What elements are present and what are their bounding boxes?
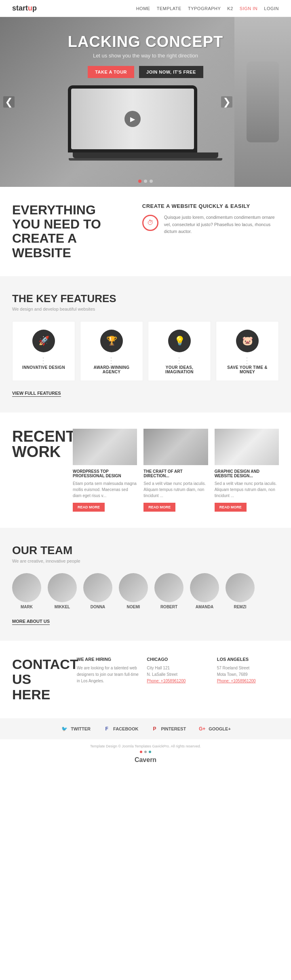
runner-shape [247,61,279,142]
feature-icon-4: 🐷 [236,330,259,352]
avatar-image-noemi [119,573,148,602]
contact-col-chicago: CHICAGO City Hall 121N. LaSalle StreetPh… [147,657,209,702]
contact-chicago-text: City Hall 121N. LaSalle StreetPhone: +10… [147,665,209,684]
feature-dots-2: ⋮ [107,358,116,363]
work-thumb-2 [143,429,208,465]
social-twitter[interactable]: 🐦 TWITTER [60,725,91,733]
feature-dots-3: ⋮ [175,358,184,363]
social-facebook[interactable]: f FACEBOOK [103,725,138,733]
footer-logo: Cavern [12,756,279,764]
create-row: Quisque justo lorem, condimentum condime… [142,214,279,235]
contact-la-phone[interactable]: Phone: +1058961200 [217,679,256,683]
avatar-noemi [119,573,148,602]
footer-dot-2 [144,751,147,753]
logo-accent: u [28,4,32,12]
team-name-3: DONNA [91,605,105,609]
hero-prev-arrow[interactable]: ❮ [3,96,15,108]
laptop-foot [69,158,222,161]
twitter-label: TWITTER [71,726,91,731]
work-image-deer [215,429,279,465]
avatar-image-mikkel [48,573,77,602]
google-label: GOOGLE+ [209,726,231,731]
work-grid: WORDPRESS TOP PROFESSIONAL DESIGN Etiam … [73,429,279,512]
feature-card-1: 🚀 ⋮ INNOVATIVE DESIGN [12,321,75,381]
hero-title: LACKING CONCEPT [68,33,223,51]
more-about-link[interactable]: MORE ABOUT US [12,619,50,625]
feature-label-4: SAVE YOUR TIME & MONEY [222,365,273,374]
team-name-1: MARK [21,605,33,609]
hero-runner-image [234,17,291,187]
pinterest-icon: P [150,725,158,733]
team-member-6: AMANDA [190,573,219,609]
view-full-link[interactable]: VIEW FULL FEATURES [12,391,61,397]
avatar-image-mark [12,573,41,602]
trophy-icon: 🏆 [106,336,117,346]
google-icon: G+ [198,725,206,733]
logo[interactable]: startup [12,4,37,13]
avatar-amanda [190,573,219,602]
feature-icon-2: 🏆 [100,330,123,352]
play-button[interactable]: ▶ [124,111,141,127]
contact-hiring-text: We are looking for a talented web design… [77,665,139,684]
work-title-3: GRAPHIC DESIGN AND WEBSITE DESIGN... [215,469,279,478]
hero-subtitle: Let us show you the way to the right dir… [68,53,223,59]
laptop-base [73,152,218,158]
features-intro-left: EVERYTHING YOU NEED TO CREATE A WEBSITE [12,203,126,260]
create-website-title: CREATE A WEBSITE QUICKLY & EASILY [142,203,279,209]
join-now-button[interactable]: JOIN NOW, IT'S FREE [139,66,203,78]
read-more-btn-2[interactable]: READ MORE [143,503,175,512]
contact-hiring-title: WE ARE HIRING [77,657,139,662]
hero-dot-2[interactable] [144,180,147,183]
social-google[interactable]: G+ GOOGLE+ [198,725,231,733]
hero-buttons: TAKE A TOUR JOIN NOW, IT'S FREE [68,66,223,78]
avatar-donna [83,573,112,602]
rocket-icon: 🚀 [38,336,49,346]
avatar-image-robert [154,573,183,602]
read-more-btn-1[interactable]: READ MORE [73,503,105,512]
work-item-1: WORDPRESS TOP PROFESSIONAL DESIGN Etiam … [73,429,137,512]
work-item-2: THE CRAFT OF ART DIRECTION... Sed a veli… [143,429,208,512]
idea-icon: 💡 [174,336,185,346]
take-tour-button[interactable]: TAKE A TOUR [88,66,134,78]
team-name-2: MIKKEL [55,605,70,609]
feature-dots-1: ⋮ [39,358,48,363]
contact-grid: CONTACT US HERE WE ARE HIRING We are loo… [12,657,279,702]
nav-home[interactable]: HOME [136,6,150,11]
read-more-btn-3[interactable]: READ MORE [215,503,247,512]
recent-work-header: RECENT WORK [12,429,65,459]
contact-chicago-title: CHICAGO [147,657,209,662]
nav-k2[interactable]: K2 [227,6,233,11]
team-name-6: AMANDA [196,605,213,609]
hero-dot-3[interactable] [150,180,153,183]
footer-dots [12,751,279,753]
team-member-5: ROBERT [154,573,183,609]
avatar-image-amanda [190,573,219,602]
features-intro-right: CREATE A WEBSITE QUICKLY & EASILY Quisqu… [142,203,279,235]
key-features-subtitle: We design and develop beautiful websites [12,307,279,311]
social-pinterest[interactable]: P PINTEREST [150,725,186,733]
avatar-remzi [226,573,255,602]
hero-dots [138,180,153,183]
avatar-robert [154,573,183,602]
contact-col-la: LOS ANGELES 57 Roeland StreetMota Town, … [217,657,279,702]
facebook-icon: f [103,725,111,733]
nav-typography[interactable]: TYPOGRAPHY [188,6,221,11]
contact-chicago-phone[interactable]: Phone: +1058961200 [147,679,186,683]
work-thumb-3 [215,429,279,465]
avatar-mikkel [48,573,77,602]
team-member-3: DONNA [83,573,112,609]
feature-dots-4: ⋮ [243,358,252,363]
footer-dot-1 [140,751,142,753]
team-title: OUR TEAM [12,544,279,557]
hero-next-arrow[interactable]: ❯ [221,96,232,108]
hero-dot-1[interactable] [138,180,141,183]
feature-icon-1: 🚀 [32,330,55,352]
navigation: startup HOME TEMPLATE TYPOGRAPHY K2 SIGN… [0,0,291,17]
feature-card-4: 🐷 ⋮ SAVE YOUR TIME & MONEY [216,321,279,381]
view-full-features: VIEW FULL FEATURES [12,389,279,396]
nav-template[interactable]: TEMPLATE [157,6,181,11]
recent-work-section: RECENT WORK WORDPRESS TOP PROFESSIONAL D… [0,413,291,528]
nav-signin[interactable]: SIGN IN [240,6,257,11]
work-item-3: GRAPHIC DESIGN AND WEBSITE DESIGN... Sed… [215,429,279,512]
nav-login[interactable]: LOGIN [264,6,279,11]
